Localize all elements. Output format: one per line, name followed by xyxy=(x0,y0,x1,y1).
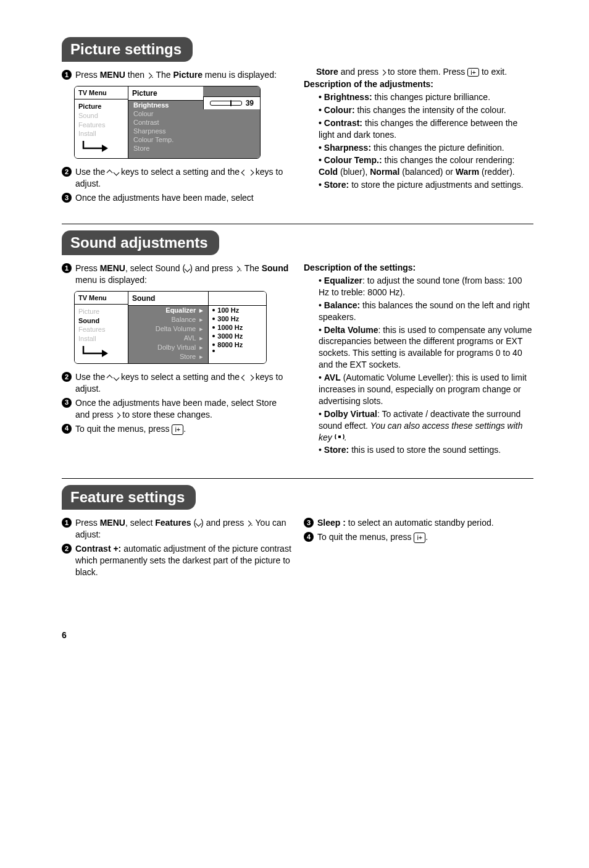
text: Press xyxy=(75,263,100,273)
text: AVL xyxy=(324,373,341,382)
bullet-3-icon: 3 xyxy=(304,518,314,528)
osd-left-install: Install xyxy=(78,334,124,343)
left-arrow-icon xyxy=(241,375,248,381)
osd-row: Colour Temp. xyxy=(128,135,260,144)
bullet-3-icon: 3 xyxy=(62,193,72,203)
picture-desc-list: Brightness: this changes picture brillia… xyxy=(319,91,533,191)
text: this changes the picture definition. xyxy=(371,143,504,153)
text: Balance: xyxy=(324,300,360,310)
text: Store: xyxy=(324,180,349,190)
bullet-2-icon: 2 xyxy=(62,167,72,177)
text: Features xyxy=(155,518,191,528)
text: to exit. xyxy=(479,67,507,77)
sound-heading: Sound adjustments xyxy=(62,230,219,255)
osd-row: Dolby Virtual xyxy=(157,343,196,351)
text: Colour: xyxy=(324,105,355,115)
osd-row: Contrast xyxy=(128,118,260,127)
bullet-1-icon: 1 xyxy=(62,518,72,528)
bullet-2-icon: 2 xyxy=(62,544,72,554)
bullet-1-icon: 1 xyxy=(62,70,72,80)
text: this changes the colour rendering: xyxy=(382,155,515,165)
osd-left-sound: Sound xyxy=(78,111,124,120)
sound-step-4: 4 To quit the menus, press i+. xyxy=(62,423,291,435)
bullet-1-icon: 1 xyxy=(62,263,72,273)
osd-row: Equalizer xyxy=(165,306,196,314)
left-arrow-icon xyxy=(241,170,248,176)
text: menu is displayed: xyxy=(203,70,277,80)
osd-left-sound: Sound xyxy=(78,316,124,326)
text: keys to select a setting and the xyxy=(119,372,242,382)
text: Equalizer xyxy=(324,276,362,285)
text: keys to select a setting and the xyxy=(119,167,242,177)
text: this changes picture brilliance. xyxy=(372,92,490,102)
text: Picture xyxy=(173,70,203,80)
info-button-icon: i+ xyxy=(467,68,479,77)
text: Normal xyxy=(370,167,399,177)
text: (Automatic Volume Leveller): this is use… xyxy=(319,373,527,406)
feature-step-4: 4 To quit the menus, press i+. xyxy=(304,531,533,543)
text: Colour Temp.: xyxy=(324,155,382,165)
feature-step-1: 1 Press MENU, select Features () and pre… xyxy=(62,517,291,541)
svg-rect-0 xyxy=(338,436,341,438)
picture-desc-heading: Description of the adjustments: xyxy=(304,79,533,89)
text: Store xyxy=(316,67,338,77)
text: Cold xyxy=(319,167,338,177)
text: . xyxy=(425,532,428,542)
text: Press xyxy=(75,70,100,80)
sound-step-2: 2 Use the keys to select a setting and t… xyxy=(62,371,291,395)
divider xyxy=(62,224,533,224)
text: Contrast: xyxy=(324,118,362,128)
sound-section: Sound adjustments 1 Press MENU, select S… xyxy=(62,230,533,461)
osd-row: Store xyxy=(128,144,260,153)
text: (bluer), xyxy=(338,167,370,177)
osd-left-features: Features xyxy=(78,120,124,130)
picture-step-2: 2 Use the keys to select a setting and t… xyxy=(62,166,291,190)
bullet-4-icon: 4 xyxy=(62,424,72,434)
text: to select an automatic standby period. xyxy=(346,518,494,528)
text: ) and press xyxy=(201,518,246,528)
osd-pointer-icon xyxy=(75,140,128,158)
divider xyxy=(62,478,533,479)
picture-heading: Picture settings xyxy=(62,37,193,62)
text: then xyxy=(125,70,147,80)
osd-tvmenu: TV Menu xyxy=(75,292,128,305)
text: . The xyxy=(151,70,173,80)
sound-desc-heading: Description of the settings: xyxy=(304,263,533,272)
text: to store these changes. xyxy=(120,410,212,419)
text: Warm xyxy=(456,167,479,177)
osd-row: Store xyxy=(180,353,196,360)
text: to store them. Press xyxy=(385,67,467,77)
osd-center-hdr: Picture xyxy=(128,86,203,101)
text: Use the xyxy=(75,372,107,382)
text-italic: . xyxy=(345,432,347,442)
osd-left-features: Features xyxy=(78,325,124,334)
text: Once the adjustments have been made, sel… xyxy=(75,193,254,203)
osd-center-hdr: Sound xyxy=(128,292,208,306)
osd-pointer-icon xyxy=(75,345,128,363)
text: Store: xyxy=(324,445,349,455)
text: MENU xyxy=(100,518,125,528)
osd-row: Colour xyxy=(128,109,260,118)
osd-row: Delta Volume xyxy=(156,325,196,332)
osd-left-install: Install xyxy=(78,129,124,138)
osd-row: 8000 Hz xyxy=(217,341,243,348)
osd-tvmenu: TV Menu xyxy=(75,86,128,99)
text: Sleep : xyxy=(317,518,346,528)
bullet-4-icon: 4 xyxy=(304,532,314,542)
osd-left-picture: Picture xyxy=(78,307,124,316)
text: Use the xyxy=(75,167,107,177)
menu-label: MENU xyxy=(100,70,125,80)
up-arrow-icon xyxy=(107,375,113,381)
text: (redder). xyxy=(479,167,515,177)
text: MENU xyxy=(100,263,125,273)
text: Contrast +: xyxy=(75,544,121,554)
text: Brightness: xyxy=(324,92,372,102)
text: Delta Volume xyxy=(324,325,378,335)
text: and press xyxy=(338,67,381,77)
text: (balanced) or xyxy=(399,167,455,177)
surround-icon xyxy=(335,432,345,444)
osd-row: AVL xyxy=(184,334,196,342)
text: Sound xyxy=(262,263,289,273)
osd-sound: TV Menu Picture Sound Features Install xyxy=(74,291,267,364)
slider-icon xyxy=(210,101,242,106)
